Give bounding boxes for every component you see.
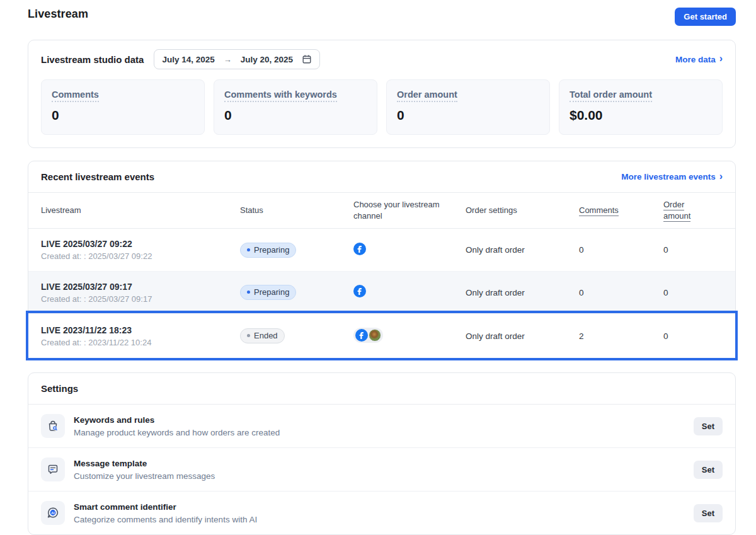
settings-item-text: Keywords and rules Manage product keywor… [74, 415, 280, 437]
livestream-name: LIVE 2023/11/22 18:23 [41, 325, 240, 335]
status-badge: Preparing [240, 285, 296, 300]
stat-card: Order amount 0 [386, 79, 550, 135]
events-table-header: LivestreamStatusChoose your livestream c… [28, 193, 735, 229]
recent-events-card: Recent livestream events More livestream… [28, 161, 736, 359]
column-header: Order settings [466, 205, 579, 216]
calendar-icon [302, 54, 312, 64]
settings-item-title: Smart comment identifier [74, 502, 257, 512]
arrow-right-icon: → [224, 55, 232, 64]
ai-comment-icon: AI [41, 501, 65, 525]
set-button[interactable]: Set [694, 504, 723, 522]
livestream-created-at: Created at: : 2025/03/27 09:17 [41, 294, 240, 304]
stat-card: Comments with keywords 0 [214, 79, 377, 135]
livestream-created-at: Created at: : 2025/03/27 09:22 [41, 251, 240, 261]
more-livestream-events-link[interactable]: More livestream events› [621, 172, 723, 182]
comments-cell: 0 [579, 245, 663, 255]
settings-card: Settings Keywords and rules Manage produ… [28, 372, 736, 535]
stat-label: Total order amount [570, 89, 652, 102]
status-dot-icon [247, 291, 250, 294]
column-header: Status [240, 205, 353, 216]
channel-cell [353, 328, 466, 344]
livestream-event-row[interactable]: LIVE 2025/03/27 09:17 Created at: : 2025… [28, 271, 735, 313]
stat-label: Comments [52, 89, 99, 102]
chevron-right-icon: › [719, 54, 723, 64]
stat-value: 0 [397, 108, 539, 123]
channel-icons [353, 328, 383, 343]
livestream-cell: LIVE 2025/03/27 09:22 Created at: : 2025… [41, 239, 240, 261]
channel-icons [353, 285, 366, 297]
stat-card: Comments 0 [41, 79, 205, 135]
set-button[interactable]: Set [694, 417, 723, 435]
instagram-avatar [369, 329, 381, 342]
settings-item-text: Smart comment identifier Categorize comm… [74, 502, 257, 524]
stat-value: $0.00 [570, 108, 712, 123]
studio-data-header: Livestream studio data July 14, 2025 → J… [41, 49, 723, 69]
settings-item-description: Customize your livestream messages [74, 471, 215, 481]
recent-events-title: Recent livestream events [41, 171, 154, 182]
stat-label: Order amount [397, 89, 457, 102]
page-header: Livestream Get started [28, 0, 736, 26]
settings-item-title: Message template [74, 459, 215, 468]
status-dot-icon [247, 334, 250, 337]
stat-label: Comments with keywords [224, 89, 337, 102]
order-settings-cell: Only draft order [466, 245, 579, 255]
svg-text:AI: AI [51, 511, 55, 515]
column-header: Comments [579, 205, 663, 216]
column-header: Order amount [663, 199, 723, 221]
order-amount-cell: 0 [663, 245, 723, 255]
date-from: July 14, 2025 [162, 55, 214, 64]
channel-cell [353, 243, 466, 258]
facebook-icon [353, 285, 366, 297]
date-range-picker[interactable]: July 14, 2025 → July 20, 2025 [154, 49, 320, 69]
channel-cell [353, 285, 466, 300]
studio-data-title: Livestream studio data [41, 54, 144, 65]
facebook-icon [355, 329, 368, 342]
settings-item-text: Message template Customize your livestre… [74, 459, 215, 481]
settings-title: Settings [41, 383, 723, 394]
page-title: Livestream [28, 8, 88, 21]
message-template-icon [41, 457, 65, 481]
status-cell: Ended [240, 328, 353, 343]
order-settings-cell: Only draft order [466, 331, 579, 341]
set-button[interactable]: Set [694, 461, 723, 479]
settings-item: AI Smart comment identifier Categorize c… [28, 491, 735, 534]
stat-value: 0 [52, 108, 194, 123]
status-badge: Preparing [240, 243, 296, 258]
livestream-event-row[interactable]: LIVE 2025/03/27 09:22 Created at: : 2025… [28, 229, 735, 271]
column-header: Livestream [41, 205, 240, 216]
livestream-name: LIVE 2025/03/27 09:22 [41, 239, 240, 249]
order-amount-cell: 0 [663, 288, 723, 297]
settings-item-description: Categorize comments and identify intents… [74, 515, 257, 524]
stat-value: 0 [224, 108, 367, 123]
settings-item-title: Keywords and rules [74, 415, 280, 425]
comments-cell: 2 [579, 331, 663, 341]
get-started-button[interactable]: Get started [675, 8, 736, 26]
order-settings-cell: Only draft order [466, 288, 579, 297]
settings-item-description: Manage product keywords and how orders a… [74, 428, 280, 437]
more-data-link[interactable]: More data› [675, 54, 723, 64]
column-header: Choose your livestream channel [353, 199, 466, 221]
stat-card: Total order amount $0.00 [559, 79, 723, 135]
settings-list: Keywords and rules Manage product keywor… [28, 405, 735, 534]
livestream-name: LIVE 2025/03/27 09:17 [41, 282, 240, 292]
comments-cell: 0 [579, 288, 663, 297]
events-table-body: LIVE 2025/03/27 09:22 Created at: : 2025… [28, 229, 735, 358]
order-amount-cell: 0 [663, 331, 723, 341]
page-content: Livestream Get started Livestream studio… [28, 0, 736, 535]
status-cell: Preparing [240, 243, 353, 258]
status-cell: Preparing [240, 285, 353, 300]
studio-stats: Comments 0 Comments with keywords 0 Orde… [41, 79, 723, 135]
facebook-icon [353, 243, 366, 255]
livestream-event-row-highlighted[interactable]: LIVE 2023/11/22 18:23 Created at: : 2023… [28, 313, 735, 358]
bag-search-icon [41, 414, 65, 438]
status-badge: Ended [240, 328, 285, 343]
livestream-cell: LIVE 2025/03/27 09:17 Created at: : 2025… [41, 282, 240, 304]
livestream-cell: LIVE 2023/11/22 18:23 Created at: : 2023… [41, 325, 240, 347]
settings-item: Keywords and rules Manage product keywor… [28, 405, 735, 447]
settings-header: Settings [28, 373, 735, 405]
date-to: July 20, 2025 [241, 55, 293, 64]
recent-events-header: Recent livestream events More livestream… [28, 161, 735, 193]
channel-icons [353, 243, 366, 255]
chevron-right-icon: › [719, 171, 723, 181]
status-dot-icon [247, 248, 250, 251]
